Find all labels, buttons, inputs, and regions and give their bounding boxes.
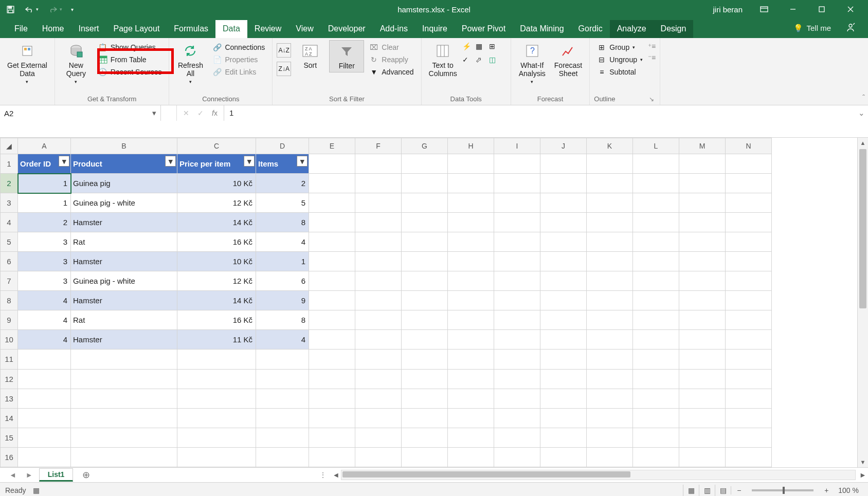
cell[interactable]: 1 [18, 174, 71, 193]
row-header[interactable]: 7 [1, 271, 18, 291]
cell[interactable] [494, 193, 540, 213]
zoom-level[interactable]: 100 % [834, 486, 863, 494]
cell[interactable] [633, 232, 679, 252]
edit-links-button[interactable]: 🔗Edit Links [209, 66, 268, 78]
cell[interactable] [540, 408, 587, 428]
cell[interactable] [633, 252, 679, 271]
cell[interactable] [256, 350, 309, 369]
cell[interactable] [726, 447, 772, 467]
cell[interactable] [679, 154, 726, 174]
cell[interactable] [633, 213, 679, 232]
col-header[interactable]: F [355, 138, 402, 154]
cell[interactable] [18, 389, 71, 408]
cell[interactable] [177, 350, 256, 369]
cell[interactable] [309, 428, 355, 447]
flash-fill-icon[interactable]: ⚡ [462, 42, 475, 54]
cell[interactable]: 9 [256, 291, 309, 310]
row-header[interactable]: 5 [1, 232, 18, 252]
cell[interactable] [494, 232, 540, 252]
col-header[interactable]: C [177, 138, 256, 154]
cell[interactable] [309, 193, 355, 213]
cell[interactable] [448, 369, 494, 389]
reapply-filter-button[interactable]: ↻Reapply [366, 53, 417, 66]
cell[interactable] [402, 232, 448, 252]
connections-button[interactable]: 🔗Connections [209, 41, 268, 53]
cell[interactable] [448, 232, 494, 252]
whatif-button[interactable]: ? What-If Analysis▾ [515, 40, 549, 87]
qat-customize[interactable]: ▾ [68, 5, 77, 14]
sort-asc-icon[interactable]: A↓Z [277, 43, 291, 58]
cell[interactable]: 4 [256, 232, 309, 252]
remove-dup-icon[interactable]: ▦ [476, 42, 488, 54]
cell[interactable] [494, 408, 540, 428]
cell[interactable] [587, 154, 633, 174]
cell[interactable]: Guinea pig [71, 174, 177, 193]
namebox-dropdown-icon[interactable]: ▾ [152, 108, 156, 118]
get-external-data-button[interactable]: Get External Data▾ [4, 40, 50, 87]
horizontal-scrollbar[interactable] [341, 470, 856, 480]
col-header[interactable]: B [71, 138, 177, 154]
row-header[interactable]: 15 [1, 428, 18, 447]
cell[interactable]: 4 [256, 330, 309, 350]
cell[interactable] [633, 271, 679, 291]
cell[interactable] [679, 428, 726, 447]
cell[interactable]: Hamster [71, 213, 177, 232]
row-header[interactable]: 14 [1, 408, 18, 428]
select-all[interactable]: ◢ [1, 138, 18, 154]
forecast-sheet-button[interactable]: Forecast Sheet [551, 40, 585, 80]
cell[interactable] [448, 447, 494, 467]
col-header[interactable]: D [256, 138, 309, 154]
cell[interactable] [587, 252, 633, 271]
cell[interactable] [540, 350, 587, 369]
cell[interactable] [679, 193, 726, 213]
cell[interactable] [679, 350, 726, 369]
cell[interactable] [355, 369, 402, 389]
cell[interactable] [587, 310, 633, 330]
cell[interactable] [256, 369, 309, 389]
cancel-formula-icon[interactable]: ✕ [183, 109, 189, 117]
filter-button[interactable]: Filter [329, 40, 364, 72]
cell[interactable]: 10 Kč [177, 252, 256, 271]
clear-filter-button[interactable]: ⌧Clear [366, 41, 417, 53]
zoom-slider[interactable] [752, 489, 813, 491]
cell[interactable] [679, 252, 726, 271]
cell[interactable] [540, 389, 587, 408]
cell[interactable] [448, 154, 494, 174]
cell[interactable] [448, 310, 494, 330]
cell[interactable] [448, 408, 494, 428]
cell[interactable] [71, 369, 177, 389]
row-header[interactable]: 10 [1, 330, 18, 350]
cell[interactable] [402, 174, 448, 193]
table-header-cell[interactable]: Items▾ [256, 154, 309, 174]
cell[interactable] [256, 428, 309, 447]
name-box[interactable]: A2 ▾ [0, 105, 161, 121]
cell[interactable] [177, 369, 256, 389]
table-header-cell[interactable]: Product▾ [71, 154, 177, 174]
cell[interactable] [633, 369, 679, 389]
scroll-thumb[interactable] [859, 149, 866, 308]
cell[interactable]: 14 Kč [177, 213, 256, 232]
cell[interactable]: 11 Kč [177, 330, 256, 350]
cell[interactable] [726, 154, 772, 174]
cell[interactable]: Guinea pig - white [71, 193, 177, 213]
cell[interactable] [726, 310, 772, 330]
cell[interactable] [540, 252, 587, 271]
formula-bar[interactable]: 1 ⌄ [224, 105, 868, 138]
cell[interactable] [256, 408, 309, 428]
cell[interactable] [679, 310, 726, 330]
tab-file[interactable]: File [7, 20, 35, 38]
cell[interactable] [587, 428, 633, 447]
cell[interactable] [402, 213, 448, 232]
tab-inquire[interactable]: Inquire [415, 20, 455, 38]
cell[interactable] [309, 350, 355, 369]
cell[interactable]: 2 [18, 213, 71, 232]
cell[interactable] [355, 291, 402, 310]
group-button[interactable]: ⊞Group ▾ [594, 41, 646, 53]
cell[interactable] [679, 213, 726, 232]
cell[interactable] [355, 447, 402, 467]
cell[interactable] [540, 428, 587, 447]
scroll-up-icon[interactable]: ▲ [858, 138, 868, 148]
cell[interactable] [355, 330, 402, 350]
cell[interactable] [355, 213, 402, 232]
cell[interactable]: Rat [71, 310, 177, 330]
